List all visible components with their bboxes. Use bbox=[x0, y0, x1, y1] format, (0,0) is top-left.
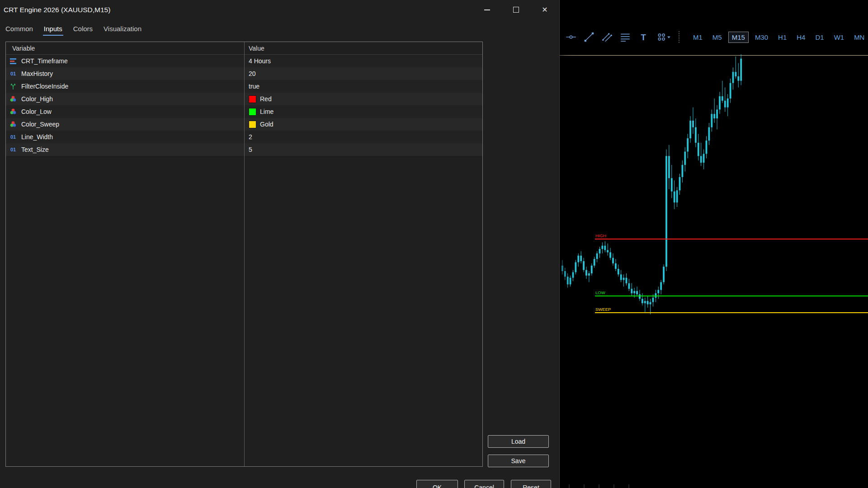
timeframe-group: M1M5M15M30H1H4D1W1MN bbox=[689, 32, 868, 43]
levels-icon[interactable] bbox=[619, 31, 632, 43]
param-name: CRT_Timeframe bbox=[21, 57, 68, 65]
color-icon bbox=[9, 108, 18, 116]
maximize-button[interactable] bbox=[501, 0, 530, 19]
maximize-icon bbox=[513, 7, 519, 13]
param-value-text: 4 Hours bbox=[249, 57, 271, 65]
inputs-table: Variable Value CRT_Timeframe4 Hours01Max… bbox=[5, 42, 483, 467]
numeric-icon: 01 bbox=[9, 147, 18, 152]
tab-visualization[interactable]: Visualization bbox=[103, 23, 142, 36]
indicator-settings-dialog: CRT Engine 2026 (XAUUSD,M15) ✕ CommonInp… bbox=[0, 0, 560, 488]
column-header-variable: Variable bbox=[6, 45, 244, 52]
param-value-text: true bbox=[249, 83, 259, 90]
hline-icon[interactable] bbox=[565, 31, 577, 43]
close-button[interactable]: ✕ bbox=[530, 0, 559, 19]
numeric-icon: 01 bbox=[9, 134, 18, 140]
save-button[interactable]: Save bbox=[488, 455, 549, 467]
channel-icon[interactable] bbox=[601, 31, 613, 43]
param-name: Text_Size bbox=[21, 146, 49, 153]
param-value[interactable]: 20 bbox=[244, 67, 482, 80]
minimize-icon bbox=[484, 9, 490, 10]
param-name: MaxHistory bbox=[21, 70, 53, 77]
dialog-title: CRT Engine 2026 (XAUUSD,M15) bbox=[4, 6, 110, 14]
chart-canvas[interactable]: HIGHLOWSWEEP bbox=[559, 0, 868, 488]
desktop: { "window": { "title": "CRT Engine 2026 … bbox=[0, 0, 868, 488]
timeframe-m15[interactable]: M15 bbox=[728, 32, 749, 43]
timeframe-w1[interactable]: W1 bbox=[830, 32, 848, 43]
column-header-value: Value bbox=[244, 45, 264, 52]
param-name: FilterCloseInside bbox=[21, 83, 68, 90]
color-swatch bbox=[249, 95, 256, 103]
tab-inputs[interactable]: Inputs bbox=[43, 23, 63, 36]
param-value-text: 20 bbox=[249, 70, 256, 77]
color-icon bbox=[9, 95, 18, 103]
color-swatch bbox=[249, 108, 256, 116]
timeframe-m5[interactable]: M5 bbox=[709, 32, 726, 43]
param-value-text: 2 bbox=[249, 133, 252, 141]
numeric-icon: 01 bbox=[9, 71, 18, 76]
minimize-button[interactable] bbox=[472, 0, 501, 19]
param-value[interactable]: true bbox=[244, 80, 482, 93]
boolean-icon bbox=[9, 82, 18, 90]
timeframe-d1[interactable]: D1 bbox=[811, 32, 827, 43]
load-button[interactable]: Load bbox=[488, 435, 549, 448]
column-separator[interactable] bbox=[244, 42, 245, 466]
color-swatch bbox=[249, 121, 256, 128]
param-value[interactable]: 5 bbox=[244, 143, 482, 156]
chart-toolbar: T M1M5M15M30H1H4D1W1MN bbox=[565, 28, 868, 46]
tab-common[interactable]: Common bbox=[5, 23, 34, 36]
close-icon: ✕ bbox=[542, 6, 547, 14]
timeframe-icon bbox=[9, 57, 18, 65]
param-value[interactable]: Red bbox=[244, 93, 482, 105]
param-name: Line_Width bbox=[21, 133, 53, 141]
timeframe-h4[interactable]: H4 bbox=[793, 32, 809, 43]
level-label-sweep: SWEEP bbox=[595, 307, 611, 312]
dialog-tabs: CommonInputsColorsVisualization bbox=[0, 19, 559, 36]
color-icon bbox=[9, 120, 18, 128]
param-value[interactable]: 2 bbox=[244, 131, 482, 143]
timeframe-mn[interactable]: MN bbox=[850, 32, 868, 43]
text-icon[interactable]: T bbox=[637, 31, 650, 43]
window-controls: ✕ bbox=[472, 0, 559, 19]
trendline-icon[interactable] bbox=[583, 31, 595, 43]
ok-button[interactable]: OK bbox=[416, 480, 458, 488]
drawing-tools-group: T bbox=[565, 31, 671, 43]
shapes-icon[interactable] bbox=[655, 31, 671, 43]
dialog-titlebar[interactable]: CRT Engine 2026 (XAUUSD,M15) ✕ bbox=[0, 0, 559, 19]
timeframe-m30[interactable]: M30 bbox=[751, 32, 772, 43]
param-name: Color_Low bbox=[21, 108, 52, 115]
param-value[interactable]: Lime bbox=[244, 105, 482, 118]
param-value[interactable]: Gold bbox=[244, 118, 482, 131]
reset-button[interactable]: Reset bbox=[511, 480, 551, 488]
timeframe-m1[interactable]: M1 bbox=[689, 32, 706, 43]
chart-area[interactable]: HIGHLOWSWEEP T M1M5M15M30H1H4D1W1MN bbox=[559, 0, 868, 488]
param-value-text: Red bbox=[260, 95, 272, 103]
param-value-text: 5 bbox=[249, 146, 252, 153]
param-value-text: Lime bbox=[260, 108, 274, 115]
candles-group bbox=[561, 54, 742, 314]
level-label-high: HIGH bbox=[595, 233, 606, 238]
svg-text:T: T bbox=[641, 33, 646, 42]
level-label-low: LOW bbox=[595, 290, 605, 295]
param-name: Color_Sweep bbox=[21, 121, 59, 128]
param-value[interactable]: 4 Hours bbox=[244, 55, 482, 67]
cancel-button[interactable]: Cancel bbox=[464, 480, 504, 488]
timeframe-h1[interactable]: H1 bbox=[774, 32, 790, 43]
param-name: Color_High bbox=[21, 95, 53, 103]
tab-colors[interactable]: Colors bbox=[72, 23, 94, 36]
param-value-text: Gold bbox=[260, 121, 274, 128]
toolbar-separator bbox=[679, 31, 681, 43]
